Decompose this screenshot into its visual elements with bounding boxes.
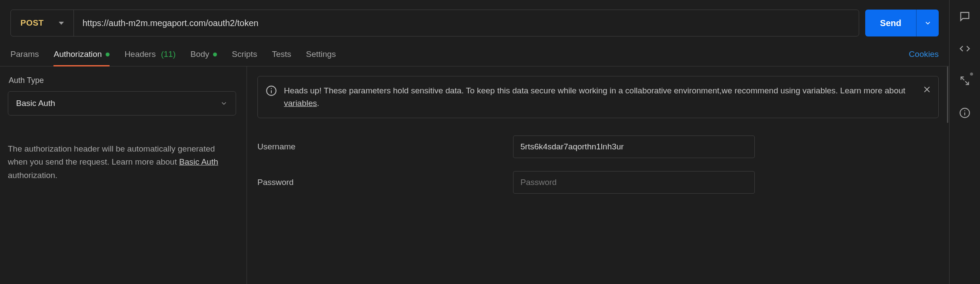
cookies-link[interactable]: Cookies [909, 50, 939, 66]
right-sidebar [950, 0, 980, 284]
active-indicator-icon [213, 53, 217, 56]
banner-close-button[interactable] [923, 85, 931, 96]
tab-body[interactable]: Body [190, 50, 217, 66]
request-input-group: POST [10, 10, 859, 36]
close-icon [923, 85, 931, 94]
tab-label: Tests [272, 50, 291, 59]
tab-label: Authorization [53, 50, 102, 59]
tab-scripts[interactable]: Scripts [232, 50, 257, 66]
expand-icon [959, 75, 970, 86]
code-icon [959, 43, 971, 55]
password-input[interactable] [513, 171, 755, 194]
auth-type-select[interactable]: Basic Auth [8, 91, 236, 116]
svg-line-5 [961, 77, 964, 80]
tab-headers[interactable]: Headers (11) [124, 50, 176, 66]
http-method-select[interactable]: POST [11, 10, 74, 36]
info-button[interactable] [958, 106, 972, 120]
tab-label: Settings [306, 50, 336, 59]
svg-line-6 [965, 81, 969, 85]
banner-text-pre: Heads up! These parameters hold sensitiv… [284, 86, 905, 95]
info-icon [266, 85, 277, 110]
auth-form-pane: Heads up! These parameters hold sensitiv… [247, 66, 949, 284]
help-text-post: authorization. [8, 171, 57, 180]
notification-dot-icon [970, 73, 973, 76]
chevron-down-icon [924, 19, 932, 27]
auth-help-text: The authorization header will be automat… [8, 142, 236, 182]
banner-text-post: . [317, 99, 319, 108]
send-button[interactable]: Send [865, 10, 916, 36]
tab-params[interactable]: Params [10, 50, 39, 66]
chevron-down-icon [220, 99, 228, 107]
auth-type-label: Auth Type [9, 76, 236, 85]
chevron-down-icon [59, 22, 64, 25]
request-url-input[interactable] [74, 10, 859, 36]
basic-auth-doc-link[interactable]: Basic Auth [179, 157, 218, 166]
http-method-label: POST [20, 18, 44, 28]
tab-settings[interactable]: Settings [306, 50, 336, 66]
active-indicator-icon [106, 53, 110, 56]
password-label: Password [257, 178, 513, 187]
banner-text: Heads up! These parameters hold sensitiv… [284, 84, 917, 110]
auth-type-value: Basic Auth [16, 99, 55, 108]
info-icon [959, 107, 970, 119]
username-input[interactable] [513, 135, 755, 158]
sensitive-data-banner: Heads up! These parameters hold sensitiv… [257, 76, 939, 118]
tab-tests[interactable]: Tests [272, 50, 291, 66]
auth-type-pane: Auth Type Basic Auth The authorization h… [0, 66, 247, 284]
tab-authorization[interactable]: Authorization [53, 50, 110, 66]
variables-doc-link[interactable]: variables [284, 99, 317, 108]
svg-point-9 [964, 110, 965, 111]
tab-label: Headers [124, 50, 156, 59]
comments-button[interactable] [958, 10, 972, 23]
code-button[interactable] [958, 42, 972, 56]
svg-point-2 [271, 88, 272, 89]
request-tabs: Params Authorization Headers (11) Body S… [0, 50, 949, 66]
expand-button[interactable] [958, 74, 972, 88]
tab-label: Params [10, 50, 39, 59]
comment-icon [959, 10, 971, 23]
tab-label: Scripts [232, 50, 257, 59]
tab-label: Body [190, 50, 209, 59]
headers-count: (11) [161, 50, 176, 59]
send-button-group: Send [865, 10, 939, 36]
scrollbar[interactable] [947, 66, 948, 123]
username-label: Username [257, 142, 513, 152]
send-options-button[interactable] [916, 10, 939, 36]
